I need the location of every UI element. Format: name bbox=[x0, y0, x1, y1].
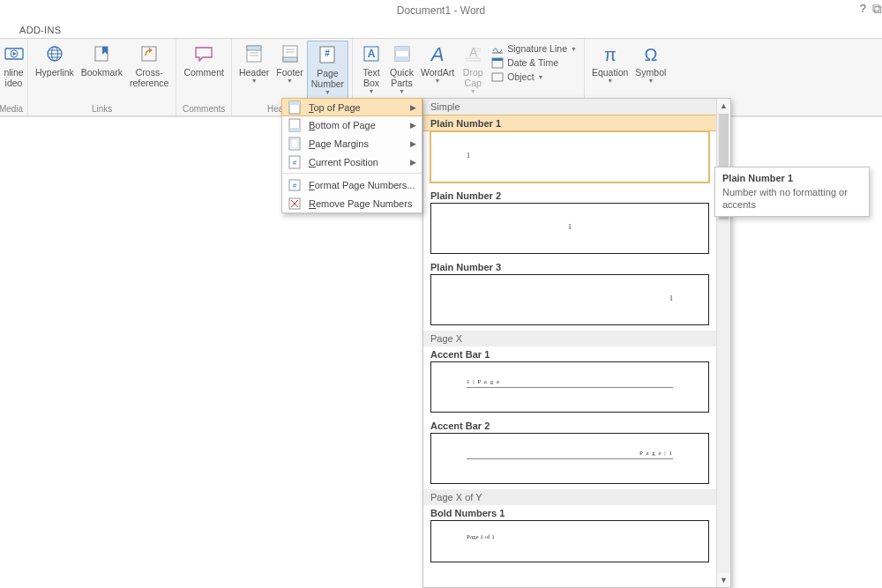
drop-cap-label: Drop Cap bbox=[463, 67, 483, 88]
gallery-preview-accent-bar-2[interactable]: P a g e | 1 bbox=[430, 433, 709, 484]
gallery-preview-plain-number-1[interactable]: 1 bbox=[430, 131, 709, 182]
quick-parts-icon bbox=[391, 42, 414, 65]
quick-parts-button[interactable]: Quick Parts ▼ bbox=[386, 41, 417, 100]
object-icon bbox=[491, 71, 504, 83]
datetime-icon bbox=[491, 56, 504, 69]
chevron-down-icon: ▼ bbox=[647, 78, 654, 84]
date-time-label: Date & Time bbox=[507, 57, 558, 68]
chevron-down-icon: ▼ bbox=[435, 78, 441, 84]
header-icon bbox=[243, 42, 265, 65]
menu-page-margins-label: Page Margins bbox=[309, 138, 369, 149]
svg-rect-26 bbox=[395, 56, 409, 61]
page-number-gallery: Simple Plain Number 1 1 Plain Number 2 1… bbox=[422, 98, 731, 588]
page-number-icon: # bbox=[316, 43, 339, 66]
header-button[interactable]: Header ▼ bbox=[235, 41, 273, 100]
hyperlink-button[interactable]: Hyperlink bbox=[32, 41, 78, 100]
submenu-arrow-icon: ▶ bbox=[410, 139, 416, 148]
group-media-label: Media bbox=[0, 104, 23, 115]
menu-current-position-label: Current Position bbox=[309, 157, 378, 167]
menu-top-of-page[interactable]: Top of Page ▶ bbox=[281, 98, 422, 116]
help-icon[interactable]: ? bbox=[860, 2, 866, 15]
chevron-down-icon: ▼ bbox=[538, 74, 544, 80]
svg-text:Ω: Ω bbox=[644, 45, 657, 64]
drop-cap-button[interactable]: A Drop Cap ▼ bbox=[458, 41, 488, 100]
svg-text:#: # bbox=[325, 48, 331, 58]
scroll-down-icon[interactable]: ▼ bbox=[717, 573, 730, 587]
page-number-menu: Top of Page ▶ Bottom of Page ▶ Page Marg… bbox=[281, 98, 422, 213]
gallery-preview-accent-bar-1[interactable]: 1 | P a g e bbox=[430, 361, 709, 413]
object-label: Object bbox=[507, 71, 534, 82]
tooltip: Plain Number 1 Number with no formatting… bbox=[714, 167, 870, 217]
tooltip-body: Number with no formatting or accents bbox=[722, 186, 862, 211]
menu-bottom-of-page-label: Bottom of Page bbox=[309, 120, 376, 130]
top-of-page-icon bbox=[288, 100, 302, 115]
gallery-item-accent-bar-2[interactable]: Accent Bar 2 bbox=[423, 418, 716, 433]
chevron-down-icon: ▼ bbox=[325, 89, 331, 95]
bookmark-button[interactable]: Bookmark bbox=[78, 41, 126, 100]
menu-format-label: Format Page Numbers... bbox=[309, 180, 415, 190]
menu-format-page-numbers[interactable]: # Format Page Numbers... bbox=[282, 175, 422, 194]
page-number-label: Page Number bbox=[311, 68, 344, 89]
gallery-item-plain-number-1[interactable]: Plain Number 1 bbox=[423, 115, 716, 131]
tooltip-title: Plain Number 1 bbox=[722, 173, 862, 183]
scroll-up-icon[interactable]: ▲ bbox=[717, 99, 730, 113]
gallery-item-plain-number-2[interactable]: Plain Number 2 bbox=[423, 188, 716, 203]
footer-button[interactable]: Footer ▼ bbox=[273, 41, 306, 100]
gallery-preview-plain-number-3[interactable]: 1 bbox=[430, 274, 709, 325]
menu-separator bbox=[282, 173, 422, 174]
gallery-preview-plain-number-2[interactable]: 1 bbox=[430, 203, 709, 254]
chevron-down-icon: ▼ bbox=[287, 78, 293, 84]
symbol-label: Symbol bbox=[635, 67, 666, 78]
svg-rect-35 bbox=[492, 58, 503, 61]
svg-text:A: A bbox=[430, 43, 445, 64]
group-links: Hyperlink Bookmark Cross- reference Link… bbox=[28, 39, 176, 115]
signature-line-button[interactable]: Signature Line ▼ bbox=[491, 42, 577, 55]
video-icon bbox=[3, 42, 26, 65]
svg-rect-25 bbox=[395, 47, 409, 51]
menu-page-margins[interactable]: Page Margins ▶ bbox=[282, 134, 422, 153]
menu-remove-label: Remove Page Numbers bbox=[309, 198, 412, 209]
date-time-button[interactable]: Date & Time bbox=[491, 56, 577, 69]
menu-current-position[interactable]: # Current Position ▶ bbox=[282, 153, 422, 171]
group-comments: Comment Comments bbox=[176, 39, 232, 115]
menu-top-of-page-label: Top of Page bbox=[309, 102, 361, 113]
svg-text:π: π bbox=[604, 45, 617, 64]
comment-icon bbox=[192, 42, 215, 65]
object-button[interactable]: Object ▼ bbox=[491, 71, 577, 83]
svg-rect-17 bbox=[283, 57, 297, 62]
page-number-button[interactable]: # Page Number ▼ bbox=[307, 41, 348, 100]
submenu-arrow-icon: ▶ bbox=[410, 121, 416, 130]
current-position-icon: # bbox=[288, 155, 302, 169]
comment-label: Comment bbox=[183, 67, 224, 78]
wordart-button[interactable]: A WordArt ▼ bbox=[417, 41, 458, 100]
comment-button[interactable]: Comment bbox=[180, 41, 228, 100]
chevron-down-icon: ▼ bbox=[399, 88, 405, 94]
title-bar: Document1 - Word ? ⧉ bbox=[0, 0, 882, 21]
equation-button[interactable]: π Equation ▼ bbox=[588, 41, 632, 100]
symbol-button[interactable]: Ω Symbol ▼ bbox=[632, 41, 669, 100]
svg-rect-36 bbox=[492, 73, 503, 81]
svg-rect-40 bbox=[289, 101, 300, 105]
menu-bottom-of-page[interactable]: Bottom of Page ▶ bbox=[282, 115, 422, 134]
chevron-down-icon: ▼ bbox=[607, 78, 613, 84]
text-box-button[interactable]: A Text Box ▼ bbox=[356, 41, 386, 100]
online-video-button[interactable]: nline ideo bbox=[0, 41, 29, 100]
gallery-category-page-x: Page X bbox=[423, 331, 716, 346]
gallery-item-accent-bar-1[interactable]: Accent Bar 1 bbox=[423, 346, 716, 361]
group-comments-label: Comments bbox=[183, 104, 225, 115]
svg-text:#: # bbox=[293, 182, 297, 190]
cross-reference-button[interactable]: Cross- reference bbox=[126, 41, 172, 100]
gallery-preview-bold-numbers-1[interactable]: Page 1 of 1 bbox=[430, 520, 709, 562]
wordart-icon: A bbox=[426, 42, 449, 65]
menu-remove-page-numbers[interactable]: Remove Page Numbers bbox=[282, 194, 422, 212]
restore-icon[interactable]: ⧉ bbox=[872, 1, 882, 17]
svg-marker-11 bbox=[149, 48, 153, 53]
svg-marker-2 bbox=[12, 52, 17, 56]
signature-icon bbox=[491, 42, 504, 55]
tab-addins[interactable]: ADD-INS bbox=[16, 22, 64, 38]
gallery-item-bold-numbers-1[interactable]: Bold Numbers 1 bbox=[423, 505, 716, 520]
svg-marker-9 bbox=[102, 47, 108, 55]
drop-cap-icon: A bbox=[461, 42, 484, 65]
gallery-item-plain-number-3[interactable]: Plain Number 3 bbox=[423, 259, 716, 274]
wordart-label: WordArt bbox=[421, 67, 454, 78]
